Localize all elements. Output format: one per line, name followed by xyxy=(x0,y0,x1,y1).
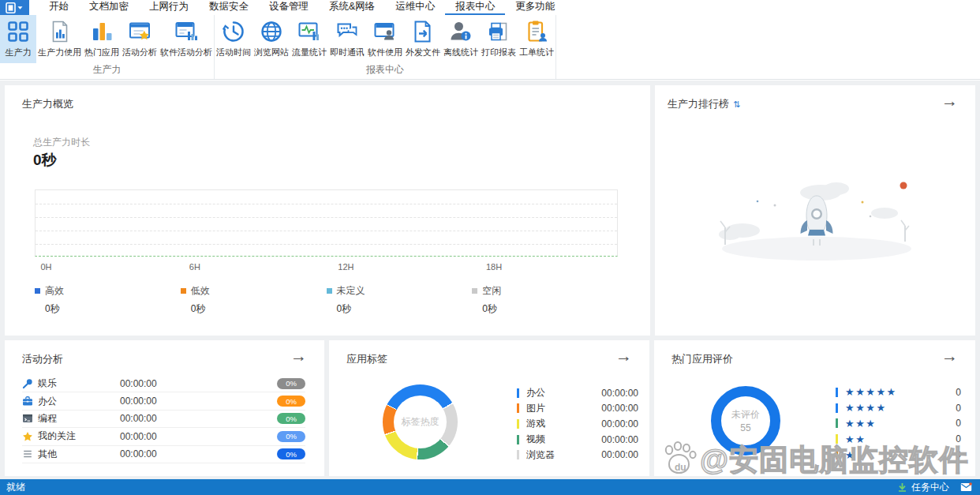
menu-tab-1[interactable]: 文档加密 xyxy=(79,0,139,15)
rating-color-bar xyxy=(836,434,838,444)
menu-tab-7[interactable]: 报表中心 xyxy=(445,0,505,15)
tag-label: 游戏 xyxy=(526,417,594,430)
legend-swatch xyxy=(327,288,332,294)
activity-rows: 娱乐00:00:000%办公00:00:000%编程00:00:000%我的关注… xyxy=(22,375,305,463)
ribbon-item-离线统计[interactable]: 离线统计 xyxy=(442,15,480,63)
ribbon-item-生产力使用[interactable]: 生产力使用 xyxy=(36,15,83,63)
activity-label: 娱乐 xyxy=(38,377,120,390)
ribbon-item-流量统计[interactable]: 流量统计 xyxy=(290,15,328,63)
chat-icon xyxy=(335,20,359,43)
ribbon-item-label: 即时通讯 xyxy=(330,47,365,58)
activity-percent-badge: 0% xyxy=(277,413,305,424)
grid-icon xyxy=(6,20,30,43)
rating-row: ★★★★★0 xyxy=(836,384,961,400)
tag-legend-row: 浏览器00:00:00 xyxy=(517,447,638,463)
ribbon-item-外发文件[interactable]: 外发文件 xyxy=(404,15,442,63)
open-arrow-icon[interactable]: → xyxy=(941,346,958,366)
menu-tab-5[interactable]: 系统&网络 xyxy=(319,0,385,15)
ribbon-item-活动时间[interactable]: 活动时间 xyxy=(215,15,252,63)
legend-value: 0秒 xyxy=(337,302,473,316)
rating-color-bar xyxy=(836,450,838,459)
activity-row[interactable]: 其他00:00:000% xyxy=(22,446,305,463)
rating-color-bar xyxy=(836,403,838,413)
legend-item: 未定义0秒 xyxy=(327,284,473,316)
ribbon-group-0: 生产力生产力使用热门应用活动分析软件活动分析生产力 xyxy=(0,15,215,79)
activity-label: 我的关注 xyxy=(38,429,120,443)
open-arrow-icon[interactable]: → xyxy=(290,346,307,366)
activity-row[interactable]: 办公00:00:000% xyxy=(22,392,305,410)
task-center-button[interactable]: 任务中心 xyxy=(898,481,972,494)
briefcase-icon xyxy=(22,396,38,407)
ribbon-item-活动分析[interactable]: 活动分析 xyxy=(121,15,159,63)
ribbon-item-浏览网站[interactable]: 浏览网站 xyxy=(252,15,290,63)
tag-legend-row: 办公00:00:00 xyxy=(517,385,638,401)
ribbon-item-软件活动分析[interactable]: 软件活动分析 xyxy=(159,15,214,63)
x-axis-labels: 0H6H12H18H xyxy=(35,262,618,273)
menu-tab-2[interactable]: 上网行为 xyxy=(139,0,199,15)
tag-legend-row: 图片00:00:00 xyxy=(517,401,638,417)
menu-tabs: 开始文档加密上网行为数据安全设备管理系统&网络运维中心报表中心更多功能 xyxy=(39,0,565,15)
ribbon-item-label: 活动时间 xyxy=(216,47,251,58)
tag-color-bar xyxy=(517,435,519,444)
tag-time: 00:00:00 xyxy=(601,418,638,429)
tag-color-bar xyxy=(517,450,519,459)
activity-percent-badge: 0% xyxy=(277,396,305,407)
legend-item: 高效0秒 xyxy=(35,284,181,316)
tag-label: 视频 xyxy=(526,433,594,446)
menu-tab-8[interactable]: 更多功能 xyxy=(505,0,565,15)
ribbon-item-打印报表[interactable]: 打印报表 xyxy=(480,15,518,63)
tag-time: 00:00:00 xyxy=(601,449,638,460)
window-chart-icon xyxy=(174,20,198,43)
legend-label: 高效 xyxy=(45,284,64,298)
pulse-chart-icon xyxy=(297,20,321,43)
productivity-area-chart xyxy=(35,189,618,257)
download-arrow-icon xyxy=(898,482,907,492)
message-icon[interactable] xyxy=(960,482,972,492)
x-tick: 6H xyxy=(189,262,200,272)
open-arrow-icon[interactable]: → xyxy=(941,91,958,111)
x-tick: 0H xyxy=(40,262,51,272)
gridline xyxy=(36,231,617,231)
activity-row[interactable]: 我的关注00:00:000% xyxy=(22,428,305,445)
ribbon-item-生产力[interactable]: 生产力 xyxy=(0,15,36,63)
menu-tab-6[interactable]: 运维中心 xyxy=(385,0,445,15)
ribbon-item-热门应用[interactable]: 热门应用 xyxy=(83,15,121,63)
panel-title: 活动分析 xyxy=(22,352,63,366)
clock-history-icon xyxy=(222,20,245,43)
legend-item: 空闲0秒 xyxy=(472,284,618,316)
ribbon-item-即时通讯[interactable]: 即时通讯 xyxy=(328,15,366,63)
ribbon-item-软件使用[interactable]: 软件使用 xyxy=(366,15,404,63)
open-arrow-icon[interactable]: → xyxy=(615,346,632,366)
rating-rows: ★★★★★0★★★★0★★★0★★0★0 xyxy=(836,384,961,463)
sort-icon[interactable]: ⇅ xyxy=(733,99,740,110)
window-star-icon xyxy=(128,20,151,43)
activity-row[interactable]: 娱乐00:00:000% xyxy=(22,375,305,392)
menu-tab-3[interactable]: 数据安全 xyxy=(199,0,259,15)
rating-color-bar xyxy=(836,418,838,428)
ribbon-item-label: 离线统计 xyxy=(443,47,478,58)
ribbon-item-工单统计[interactable]: 工单统计 xyxy=(518,15,555,63)
panel-title: 生产力概览 xyxy=(22,97,73,111)
app-window: 开始文档加密上网行为数据安全设备管理系统&网络运维中心报表中心更多功能 生产力生… xyxy=(0,0,980,495)
user-info-icon xyxy=(449,20,473,43)
activity-row[interactable]: 编程00:00:000% xyxy=(22,411,305,428)
rating-count: 0 xyxy=(956,387,961,398)
donut-center-label: 未评价 xyxy=(731,408,760,422)
ribbon-item-label: 软件使用 xyxy=(368,47,402,58)
tag-time: 00:00:00 xyxy=(601,403,638,414)
x-tick: 18H xyxy=(486,262,502,272)
app-menu-button[interactable] xyxy=(0,0,29,15)
rating-row: ★★★★0 xyxy=(836,400,961,416)
globe-icon xyxy=(260,20,283,43)
ribbon-item-label: 浏览网站 xyxy=(254,47,289,58)
rating-count: 0 xyxy=(956,449,961,460)
legend-value: 0秒 xyxy=(45,302,181,316)
ribbon-group-label: 报表中心 xyxy=(215,63,555,79)
menu-tab-4[interactable]: 设备管理 xyxy=(259,0,319,15)
gridline xyxy=(36,244,617,245)
star-rating-icons: ★★★★★ xyxy=(845,386,948,398)
panel-productivity-ranking: 生产力排行榜 ⇅ → xyxy=(655,85,975,336)
ribbon-item-label: 生产力 xyxy=(6,47,32,58)
menu-tab-0[interactable]: 开始 xyxy=(39,0,79,15)
task-center-label: 任务中心 xyxy=(911,481,949,494)
